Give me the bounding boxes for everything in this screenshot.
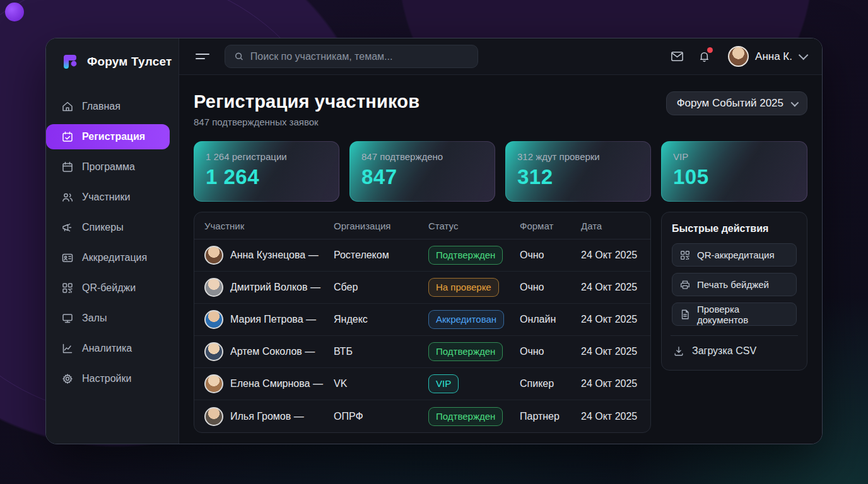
- avatar: [204, 342, 223, 361]
- mail-icon: [670, 49, 684, 64]
- quick-actions-panel: Быстрые действия QR-аккредитация Печать …: [661, 212, 807, 371]
- id-card-icon: [61, 251, 74, 264]
- page-title: Регистрация участников: [194, 91, 419, 112]
- page-content: Регистрация участников 847 подтвержденны…: [179, 75, 822, 444]
- avatar: [204, 310, 223, 329]
- background-dot: [5, 3, 24, 21]
- user-name: Анна К.: [755, 50, 792, 63]
- download-icon: [673, 345, 684, 357]
- app-logo: Форум Тулсет: [46, 52, 179, 71]
- app-window: Форум Тулсет Главная Регистрация Програм…: [45, 38, 823, 444]
- download-csv-button[interactable]: Загрузка CSV: [672, 344, 797, 359]
- avatar: [728, 46, 749, 67]
- chevron-down-icon: [791, 98, 799, 107]
- event-selector[interactable]: Форум Событий 2025: [666, 91, 807, 115]
- avatar: [204, 246, 223, 265]
- calendar-icon: [61, 161, 74, 173]
- avatar: [204, 374, 223, 393]
- search-input[interactable]: [250, 51, 469, 62]
- sidebar-item-participants[interactable]: Участники: [46, 185, 170, 210]
- status-badge: VIP: [428, 374, 459, 393]
- sidebar-item-accreditation[interactable]: Аккредитация: [46, 245, 170, 270]
- qr-icon: [61, 282, 74, 294]
- status-badge: Подтвержден: [428, 246, 503, 265]
- qr-icon: [679, 250, 691, 261]
- sidebar-item-program[interactable]: Программа: [46, 154, 170, 180]
- avatar: [204, 278, 223, 297]
- table-row[interactable]: Мария Петрова — Яндекс Аккредитован Онла…: [194, 304, 650, 336]
- print-badges-button[interactable]: Печать бейджей: [672, 273, 797, 296]
- mail-button[interactable]: [670, 49, 684, 64]
- users-icon: [61, 191, 74, 204]
- status-badge: Подтвержден: [428, 407, 503, 426]
- qr-accreditation-button[interactable]: QR-аккредитация: [672, 243, 797, 267]
- sidebar-item-analytics[interactable]: Аналитика: [46, 336, 170, 361]
- status-badge: Подтвержден: [428, 342, 503, 361]
- notifications-button[interactable]: [697, 49, 712, 64]
- avatar: [204, 407, 223, 426]
- sidebar-item-home[interactable]: Главная: [46, 94, 170, 119]
- stat-card-pending: 312 ждут проверки 312: [505, 141, 651, 202]
- status-badge: На проверке: [428, 278, 499, 297]
- table-row[interactable]: Илья Громов — ОПРФ Подтвержден Партнер 2…: [194, 400, 650, 432]
- quick-actions-title: Быстрые действия: [672, 223, 797, 234]
- sidebar-item-qr-badges[interactable]: QR-бейджи: [46, 275, 170, 301]
- stat-card-registrations: 1 264 регистрации 1 264: [194, 141, 339, 202]
- divider: [671, 335, 798, 336]
- participants-table: Участник Организация Статус Формат Дата …: [194, 212, 651, 433]
- printer-icon: [679, 279, 691, 291]
- megaphone-icon: [61, 221, 74, 234]
- gear-icon: [61, 372, 74, 385]
- home-icon: [61, 100, 74, 113]
- sidebar: Форум Тулсет Главная Регистрация Програм…: [46, 38, 179, 444]
- table-header: Участник Организация Статус Формат Дата: [194, 212, 650, 239]
- screen-icon: [61, 312, 74, 325]
- sidebar-item-speakers[interactable]: Спикеры: [46, 215, 170, 240]
- stat-card-confirmed: 847 подтверждено 847: [349, 141, 495, 202]
- table-row[interactable]: Артем Соколов — ВТБ Подтвержден Очно 24 …: [194, 336, 650, 368]
- table-row[interactable]: Елена Смирнова — VK VIP Спикер 24 Окт 20…: [194, 368, 650, 400]
- sidebar-nav: Главная Регистрация Программа Участники …: [46, 94, 179, 391]
- status-badge: Аккредитован: [428, 310, 504, 329]
- sidebar-item-halls[interactable]: Залы: [46, 306, 170, 331]
- chart-icon: [61, 342, 74, 355]
- app-title: Форум Тулсет: [87, 55, 172, 69]
- table-row[interactable]: Дмитрий Волков — Сбер На проверке Очно 2…: [194, 272, 650, 304]
- main-area: Анна К. Регистрация участников 847 подтв…: [179, 38, 822, 444]
- page-header: Регистрация участников 847 подтвержденны…: [194, 91, 807, 127]
- notification-dot: [707, 47, 713, 53]
- sidebar-item-registration[interactable]: Регистрация: [46, 124, 170, 149]
- menu-icon[interactable]: [196, 54, 212, 59]
- stat-cards: 1 264 регистрации 1 264 847 подтверждено…: [194, 141, 651, 202]
- profile-menu[interactable]: Анна К.: [728, 46, 806, 67]
- calendar-check-icon: [61, 130, 74, 143]
- search-bar: [225, 45, 478, 68]
- search-icon: [234, 51, 244, 62]
- check-documents-button[interactable]: Проверка документов: [672, 302, 797, 326]
- sidebar-item-settings[interactable]: Настройки: [46, 366, 170, 391]
- chevron-down-icon: [799, 50, 809, 60]
- stat-card-vip: VIP 105: [661, 141, 807, 202]
- page-subtitle: 847 подтвержденных заявок: [194, 117, 419, 127]
- top-bar: Анна К.: [179, 38, 822, 75]
- table-row[interactable]: Анна Кузнецова — Ростелеком Подтвержден …: [194, 239, 650, 272]
- logo-icon: [61, 52, 80, 71]
- document-icon: [679, 309, 691, 320]
